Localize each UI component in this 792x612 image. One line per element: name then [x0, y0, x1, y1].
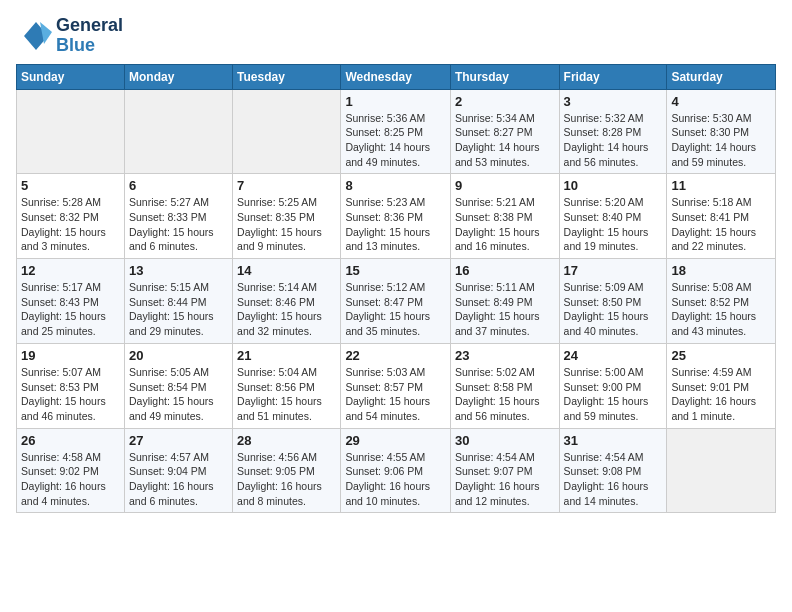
- day-of-week-header: Friday: [559, 64, 667, 89]
- day-info: Sunrise: 4:57 AMSunset: 9:04 PMDaylight:…: [129, 450, 228, 509]
- calendar-cell: 5Sunrise: 5:28 AMSunset: 8:32 PMDaylight…: [17, 174, 125, 259]
- calendar-cell: 31Sunrise: 4:54 AMSunset: 9:08 PMDayligh…: [559, 428, 667, 513]
- calendar-cell: [124, 89, 232, 174]
- calendar-week-row: 26Sunrise: 4:58 AMSunset: 9:02 PMDayligh…: [17, 428, 776, 513]
- day-info: Sunrise: 5:20 AMSunset: 8:40 PMDaylight:…: [564, 195, 663, 254]
- day-info: Sunrise: 4:56 AMSunset: 9:05 PMDaylight:…: [237, 450, 336, 509]
- calendar-cell: 27Sunrise: 4:57 AMSunset: 9:04 PMDayligh…: [124, 428, 232, 513]
- calendar-cell: 13Sunrise: 5:15 AMSunset: 8:44 PMDayligh…: [124, 259, 232, 344]
- day-info: Sunrise: 5:09 AMSunset: 8:50 PMDaylight:…: [564, 280, 663, 339]
- day-info: Sunrise: 5:18 AMSunset: 8:41 PMDaylight:…: [671, 195, 771, 254]
- day-number: 8: [345, 178, 446, 193]
- day-info: Sunrise: 5:17 AMSunset: 8:43 PMDaylight:…: [21, 280, 120, 339]
- calendar-cell: 4Sunrise: 5:30 AMSunset: 8:30 PMDaylight…: [667, 89, 776, 174]
- calendar-cell: 16Sunrise: 5:11 AMSunset: 8:49 PMDayligh…: [450, 259, 559, 344]
- calendar-cell: 26Sunrise: 4:58 AMSunset: 9:02 PMDayligh…: [17, 428, 125, 513]
- day-of-week-header: Sunday: [17, 64, 125, 89]
- day-number: 28: [237, 433, 336, 448]
- day-info: Sunrise: 5:34 AMSunset: 8:27 PMDaylight:…: [455, 111, 555, 170]
- day-of-week-header: Wednesday: [341, 64, 451, 89]
- day-number: 15: [345, 263, 446, 278]
- day-number: 12: [21, 263, 120, 278]
- day-number: 5: [21, 178, 120, 193]
- calendar-cell: 12Sunrise: 5:17 AMSunset: 8:43 PMDayligh…: [17, 259, 125, 344]
- day-info: Sunrise: 5:07 AMSunset: 8:53 PMDaylight:…: [21, 365, 120, 424]
- calendar-week-row: 12Sunrise: 5:17 AMSunset: 8:43 PMDayligh…: [17, 259, 776, 344]
- day-number: 27: [129, 433, 228, 448]
- day-number: 20: [129, 348, 228, 363]
- day-info: Sunrise: 5:15 AMSunset: 8:44 PMDaylight:…: [129, 280, 228, 339]
- day-info: Sunrise: 5:25 AMSunset: 8:35 PMDaylight:…: [237, 195, 336, 254]
- calendar-cell: 23Sunrise: 5:02 AMSunset: 8:58 PMDayligh…: [450, 343, 559, 428]
- calendar-week-row: 5Sunrise: 5:28 AMSunset: 8:32 PMDaylight…: [17, 174, 776, 259]
- calendar-body: 1Sunrise: 5:36 AMSunset: 8:25 PMDaylight…: [17, 89, 776, 513]
- day-number: 2: [455, 94, 555, 109]
- day-number: 30: [455, 433, 555, 448]
- day-info: Sunrise: 5:00 AMSunset: 9:00 PMDaylight:…: [564, 365, 663, 424]
- calendar-cell: 1Sunrise: 5:36 AMSunset: 8:25 PMDaylight…: [341, 89, 451, 174]
- day-number: 4: [671, 94, 771, 109]
- calendar-cell: 3Sunrise: 5:32 AMSunset: 8:28 PMDaylight…: [559, 89, 667, 174]
- calendar-cell: 18Sunrise: 5:08 AMSunset: 8:52 PMDayligh…: [667, 259, 776, 344]
- day-info: Sunrise: 5:12 AMSunset: 8:47 PMDaylight:…: [345, 280, 446, 339]
- calendar-cell: 24Sunrise: 5:00 AMSunset: 9:00 PMDayligh…: [559, 343, 667, 428]
- day-number: 14: [237, 263, 336, 278]
- calendar-cell: 21Sunrise: 5:04 AMSunset: 8:56 PMDayligh…: [233, 343, 341, 428]
- day-info: Sunrise: 4:55 AMSunset: 9:06 PMDaylight:…: [345, 450, 446, 509]
- calendar-cell: 17Sunrise: 5:09 AMSunset: 8:50 PMDayligh…: [559, 259, 667, 344]
- calendar-cell: 9Sunrise: 5:21 AMSunset: 8:38 PMDaylight…: [450, 174, 559, 259]
- calendar-cell: 11Sunrise: 5:18 AMSunset: 8:41 PMDayligh…: [667, 174, 776, 259]
- day-number: 11: [671, 178, 771, 193]
- calendar-cell: 14Sunrise: 5:14 AMSunset: 8:46 PMDayligh…: [233, 259, 341, 344]
- day-info: Sunrise: 5:03 AMSunset: 8:57 PMDaylight:…: [345, 365, 446, 424]
- day-info: Sunrise: 4:54 AMSunset: 9:08 PMDaylight:…: [564, 450, 663, 509]
- calendar-cell: [17, 89, 125, 174]
- day-info: Sunrise: 4:54 AMSunset: 9:07 PMDaylight:…: [455, 450, 555, 509]
- calendar-cell: 28Sunrise: 4:56 AMSunset: 9:05 PMDayligh…: [233, 428, 341, 513]
- calendar-cell: 15Sunrise: 5:12 AMSunset: 8:47 PMDayligh…: [341, 259, 451, 344]
- logo-text: General Blue: [56, 16, 123, 56]
- calendar-cell: 19Sunrise: 5:07 AMSunset: 8:53 PMDayligh…: [17, 343, 125, 428]
- calendar-week-row: 19Sunrise: 5:07 AMSunset: 8:53 PMDayligh…: [17, 343, 776, 428]
- calendar-cell: 29Sunrise: 4:55 AMSunset: 9:06 PMDayligh…: [341, 428, 451, 513]
- day-of-week-header: Monday: [124, 64, 232, 89]
- day-number: 3: [564, 94, 663, 109]
- day-number: 10: [564, 178, 663, 193]
- day-info: Sunrise: 4:58 AMSunset: 9:02 PMDaylight:…: [21, 450, 120, 509]
- day-info: Sunrise: 5:08 AMSunset: 8:52 PMDaylight:…: [671, 280, 771, 339]
- day-number: 29: [345, 433, 446, 448]
- logo: General Blue: [16, 16, 123, 56]
- day-info: Sunrise: 5:32 AMSunset: 8:28 PMDaylight:…: [564, 111, 663, 170]
- calendar-cell: 7Sunrise: 5:25 AMSunset: 8:35 PMDaylight…: [233, 174, 341, 259]
- logo-icon: [16, 18, 52, 54]
- calendar-cell: 10Sunrise: 5:20 AMSunset: 8:40 PMDayligh…: [559, 174, 667, 259]
- day-info: Sunrise: 5:11 AMSunset: 8:49 PMDaylight:…: [455, 280, 555, 339]
- calendar-cell: 6Sunrise: 5:27 AMSunset: 8:33 PMDaylight…: [124, 174, 232, 259]
- day-number: 25: [671, 348, 771, 363]
- day-number: 9: [455, 178, 555, 193]
- calendar-cell: 8Sunrise: 5:23 AMSunset: 8:36 PMDaylight…: [341, 174, 451, 259]
- calendar-cell: 30Sunrise: 4:54 AMSunset: 9:07 PMDayligh…: [450, 428, 559, 513]
- day-number: 17: [564, 263, 663, 278]
- calendar-cell: [233, 89, 341, 174]
- calendar-cell: [667, 428, 776, 513]
- calendar-table: SundayMondayTuesdayWednesdayThursdayFrid…: [16, 64, 776, 514]
- calendar-cell: 2Sunrise: 5:34 AMSunset: 8:27 PMDaylight…: [450, 89, 559, 174]
- day-number: 1: [345, 94, 446, 109]
- day-number: 18: [671, 263, 771, 278]
- day-info: Sunrise: 5:28 AMSunset: 8:32 PMDaylight:…: [21, 195, 120, 254]
- day-info: Sunrise: 5:04 AMSunset: 8:56 PMDaylight:…: [237, 365, 336, 424]
- day-number: 6: [129, 178, 228, 193]
- day-number: 19: [21, 348, 120, 363]
- day-number: 7: [237, 178, 336, 193]
- day-number: 23: [455, 348, 555, 363]
- day-info: Sunrise: 5:30 AMSunset: 8:30 PMDaylight:…: [671, 111, 771, 170]
- day-number: 24: [564, 348, 663, 363]
- days-of-week-row: SundayMondayTuesdayWednesdayThursdayFrid…: [17, 64, 776, 89]
- calendar-cell: 22Sunrise: 5:03 AMSunset: 8:57 PMDayligh…: [341, 343, 451, 428]
- day-info: Sunrise: 5:14 AMSunset: 8:46 PMDaylight:…: [237, 280, 336, 339]
- day-info: Sunrise: 5:23 AMSunset: 8:36 PMDaylight:…: [345, 195, 446, 254]
- day-number: 13: [129, 263, 228, 278]
- day-number: 26: [21, 433, 120, 448]
- day-number: 31: [564, 433, 663, 448]
